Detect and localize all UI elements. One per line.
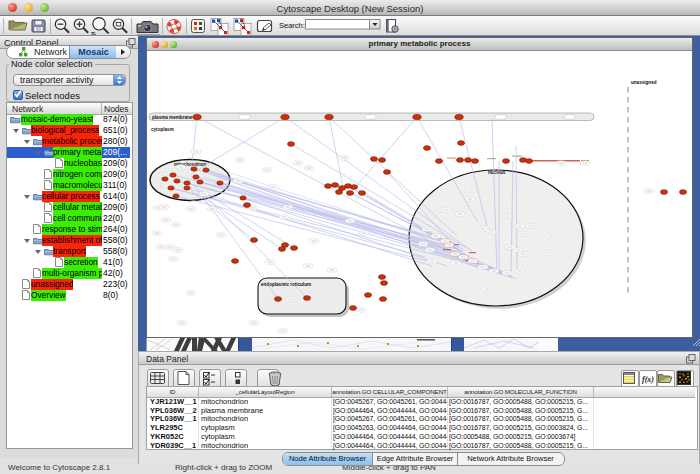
svg-text:plasma membrane: plasma membrane [152, 115, 193, 120]
svg-text:cytoplasm: cytoplasm [151, 127, 174, 132]
svg-text:unassigned: unassigned [631, 80, 657, 85]
svg-text:nucleus: nucleus [488, 170, 506, 175]
svg-text:f(x): f(x) [642, 375, 654, 384]
svg-text:Search:: Search: [279, 21, 305, 30]
